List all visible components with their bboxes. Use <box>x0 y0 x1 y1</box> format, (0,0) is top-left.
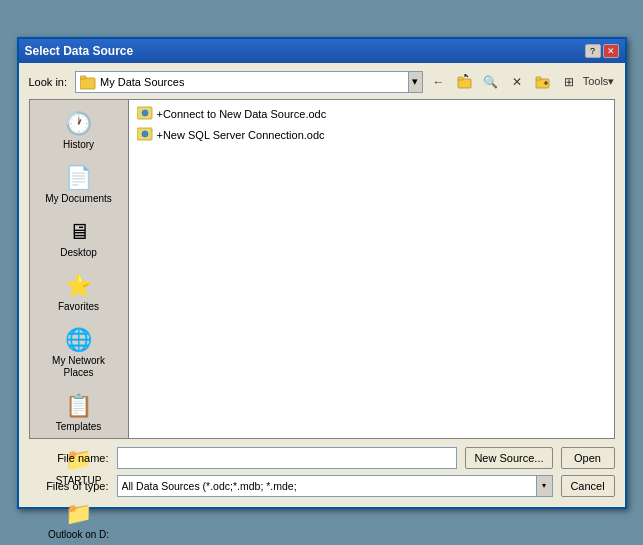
filetype-label: Files of type: <box>29 480 109 492</box>
sidebar-item-favorites[interactable]: ⭐ Favorites <box>34 266 124 320</box>
sidebar-item-my-network-places[interactable]: 🌐 My Network Places <box>34 320 124 386</box>
new-folder-button[interactable] <box>531 71 555 93</box>
filetype-row: Files of type: All Data Sources (*.odc;*… <box>29 475 615 497</box>
select-data-source-dialog: Select Data Source ? ✕ Look in: My Data … <box>17 37 627 509</box>
favorites-icon: ⭐ <box>65 273 92 299</box>
svg-rect-0 <box>80 78 95 89</box>
close-button[interactable]: ✕ <box>603 44 619 58</box>
svg-point-9 <box>142 131 148 137</box>
sidebar-item-desktop[interactable]: 🖥 Desktop <box>34 212 124 266</box>
sidebar-item-desktop-label: Desktop <box>60 247 97 259</box>
up-folder-icon <box>457 74 473 90</box>
outlook-icon: 📁 <box>65 501 92 527</box>
sidebar-item-templates[interactable]: 📋 Templates <box>34 386 124 440</box>
svg-rect-5 <box>536 77 541 80</box>
sidebar-item-outlook-label: Outlook on D: <box>48 529 109 541</box>
views-button[interactable]: ⊞ <box>557 71 581 93</box>
sidebar-item-my-documents[interactable]: 📄 My Documents <box>34 158 124 212</box>
toolbar-row: Look in: My Data Sources ▾ ← <box>29 71 615 93</box>
filetype-value: All Data Sources (*.odc;*.mdb; *.mde; <box>122 480 536 492</box>
sidebar-item-network-places-label: My Network Places <box>39 355 119 379</box>
open-button[interactable]: Open <box>561 447 615 469</box>
tools-button[interactable]: Tools▾ <box>583 71 615 93</box>
sidebar-item-favorites-label: Favorites <box>58 301 99 313</box>
new-source-button[interactable]: New Source... <box>465 447 552 469</box>
history-icon: 🕐 <box>65 111 92 137</box>
help-button[interactable]: ? <box>585 44 601 58</box>
filename-label: File name: <box>29 452 109 464</box>
sql-server-file-icon <box>137 127 153 144</box>
filename-row: File name: New Source... Open <box>29 447 615 469</box>
svg-rect-3 <box>458 77 463 80</box>
look-in-combo[interactable]: My Data Sources ▾ <box>75 71 422 93</box>
filetype-combo[interactable]: All Data Sources (*.odc;*.mdb; *.mde; ▾ <box>117 475 553 497</box>
file-item-connect-name: +Connect to New Data Source.odc <box>157 108 327 120</box>
svg-point-7 <box>142 110 148 116</box>
sidebar-item-templates-label: Templates <box>56 421 102 433</box>
sidebar-item-outlook-on-d[interactable]: 📁 Outlook on D: <box>34 494 124 546</box>
sidebar-item-history[interactable]: 🕐 History <box>34 104 124 158</box>
dialog-title: Select Data Source <box>25 44 134 58</box>
cancel-button[interactable]: Cancel <box>561 475 615 497</box>
look-in-label: Look in: <box>29 76 68 88</box>
title-bar: Select Data Source ? ✕ <box>19 39 625 63</box>
new-folder-icon <box>535 74 551 90</box>
connect-file-icon <box>137 106 153 123</box>
sidebar: 🕐 History 📄 My Documents 🖥 Desktop ⭐ Fav… <box>29 99 129 439</box>
toolbar-buttons: ← 🔍 ✕ ⊞ T <box>427 71 615 93</box>
look-in-dropdown-arrow[interactable]: ▾ <box>408 72 422 92</box>
file-list-area[interactable]: +Connect to New Data Source.odc +New SQL… <box>129 99 615 439</box>
content-area: 🕐 History 📄 My Documents 🖥 Desktop ⭐ Fav… <box>29 99 615 439</box>
file-item-connect[interactable]: +Connect to New Data Source.odc <box>133 104 610 125</box>
desktop-icon: 🖥 <box>68 219 90 245</box>
my-documents-icon: 📄 <box>65 165 92 191</box>
sidebar-item-my-documents-label: My Documents <box>45 193 112 205</box>
templates-icon: 📋 <box>65 393 92 419</box>
folder-icon <box>80 74 96 90</box>
file-item-sql-server-name: +New SQL Server Connection.odc <box>157 129 325 141</box>
sidebar-item-history-label: History <box>63 139 94 151</box>
network-places-icon: 🌐 <box>65 327 92 353</box>
search-web-button[interactable]: 🔍 <box>479 71 503 93</box>
filename-input[interactable] <box>117 447 458 469</box>
file-item-sql-server[interactable]: +New SQL Server Connection.odc <box>133 125 610 146</box>
title-bar-buttons: ? ✕ <box>585 44 619 58</box>
dialog-body: Look in: My Data Sources ▾ ← <box>19 63 625 507</box>
delete-button[interactable]: ✕ <box>505 71 529 93</box>
svg-rect-1 <box>80 76 86 79</box>
back-button[interactable]: ← <box>427 71 451 93</box>
look-in-value: My Data Sources <box>100 76 407 88</box>
filetype-dropdown-arrow[interactable]: ▾ <box>536 476 552 496</box>
up-folder-button[interactable] <box>453 71 477 93</box>
